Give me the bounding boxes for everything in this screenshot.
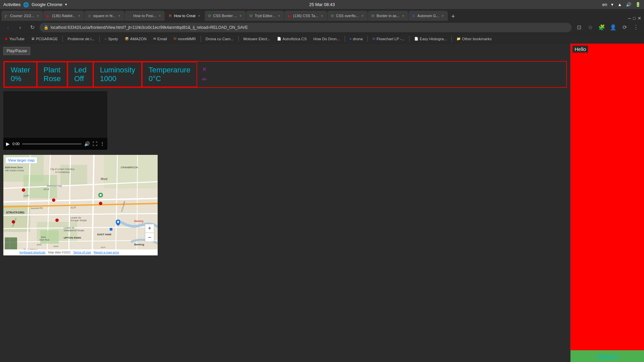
sensor-temperature: Temperarure 0°C: [142, 62, 197, 87]
tab-rabbit[interactable]: ▶ (136) Rabbit... ×: [43, 11, 84, 21]
tab-title-csstab: (136) CSS Ta...: [293, 14, 318, 18]
svg-text:B165: B165: [54, 245, 59, 247]
bookmark-howdodron[interactable]: How Do Dron...: [311, 35, 342, 43]
bookmarks-bar: ▶ YouTube 🖥 PCGARAGE Probleme de i... ♫ …: [0, 34, 644, 44]
bookmark-spoty-label: Spoty: [108, 37, 118, 41]
tab-tryit[interactable]: W Tryit Editor... ×: [246, 11, 284, 21]
tab-close-tryit[interactable]: ×: [277, 13, 281, 18]
map-thumbnail: [5, 237, 17, 249]
tab-border[interactable]: W Border in as... ×: [368, 11, 408, 21]
tab-howtocreate[interactable]: H How to Creat ×: [165, 11, 204, 21]
tab-close-border[interactable]: ×: [401, 13, 406, 18]
bookmark-easyhistogram-icon: 📄: [414, 37, 418, 41]
svg-point-55: [117, 221, 119, 223]
browser-name[interactable]: Google Chrome: [32, 2, 62, 7]
map-zoom-in-icon: +: [148, 225, 152, 232]
svg-rect-65: [5, 238, 17, 250]
bookmark-other-label: Other bookmarks: [462, 37, 491, 41]
bookmark-spoty-icon: ♫: [104, 37, 107, 41]
chrome-window: 🎓 Course: 21/2... × ▶ (136) Rabbit... × …: [0, 9, 644, 362]
bookmark-drona[interactable]: ● drona: [347, 35, 365, 43]
menu-icon[interactable]: ⋮: [631, 23, 641, 32]
bookmark-probleme[interactable]: Probleme de i...: [65, 35, 97, 43]
sensor-edit-icon[interactable]: ✏: [202, 76, 207, 83]
activities-label[interactable]: Activities: [3, 2, 20, 7]
sensor-plant-value: Rose: [44, 74, 61, 83]
sync-icon[interactable]: ⟳: [620, 23, 629, 32]
profile-icon[interactable]: 👤: [608, 23, 618, 32]
terms-of-use-link[interactable]: Terms of Use: [73, 251, 91, 254]
tab-close-autonom[interactable]: ×: [440, 13, 445, 18]
bookmark-easyhistogram-label: Easy Histogra...: [420, 37, 447, 41]
bookmark-separator-3: [201, 36, 201, 42]
lang-label: en: [602, 2, 607, 7]
bookmark-motoare[interactable]: Motoare Elect...: [241, 35, 273, 43]
bookmark-pcgarage[interactable]: 🖥 PCGARAGE: [29, 35, 60, 43]
url-bar[interactable]: 🔒 localhost:63342/Lucia/frontend/View.ht…: [40, 23, 572, 32]
video-more-button[interactable]: ⋮: [100, 141, 105, 146]
tab-title-course: Course: 21/2...: [10, 14, 34, 18]
tab-autonom[interactable]: A Autonom G... ×: [409, 11, 448, 21]
tab-title-rabbit: (136) Rabbit...: [52, 14, 75, 18]
right-panel-content: Hello: [571, 44, 644, 350]
bookmark-probleme-label: Probleme de i...: [67, 37, 95, 41]
reload-button[interactable]: ↻: [28, 23, 37, 32]
svg-text:A124: A124: [101, 246, 106, 248]
tab-close-square[interactable]: ×: [117, 13, 122, 18]
bookmark-dronacam[interactable]: Drona cu Cam...: [203, 35, 236, 43]
video-fullscreen-button[interactable]: ⛶: [93, 141, 97, 146]
tab-course[interactable]: 🎓 Course: 21/2... ×: [1, 11, 43, 21]
tab-title-autonom: Autonom G...: [417, 14, 439, 18]
bookmark-star-icon[interactable]: ☆: [586, 23, 595, 32]
bookmark-flowchart[interactable]: m Flowchart LP -...: [370, 35, 407, 43]
dropdown-arrow[interactable]: ▾: [65, 2, 67, 7]
map-zoom-out-button[interactable]: −: [145, 233, 154, 242]
forward-button[interactable]: ›: [15, 23, 25, 32]
map-zoom-in-button[interactable]: +: [145, 224, 154, 233]
back-button[interactable]: ‹: [3, 23, 13, 32]
tab-close-cssoverflow[interactable]: ×: [360, 13, 365, 18]
tab-favicon-cssborder: W: [207, 13, 212, 18]
tab-close-cssborder[interactable]: ×: [238, 13, 243, 18]
bookmark-separator-2: [99, 36, 100, 42]
video-volume-button[interactable]: 🔊: [84, 141, 90, 146]
report-map-error-link[interactable]: Report a map error: [94, 251, 119, 254]
bookmark-youtube[interactable]: ▶ YouTube: [3, 35, 27, 43]
tab-close-rabbit[interactable]: ×: [77, 13, 82, 18]
sensor-temperature-value: 0°C: [149, 74, 161, 83]
video-progress-bar[interactable]: [22, 143, 82, 144]
extension-puzzle-icon[interactable]: 🧩: [597, 23, 606, 32]
svg-text:Barking: Barking: [134, 220, 143, 223]
sensor-close-icon[interactable]: ✕: [202, 66, 207, 73]
cast-icon[interactable]: ⊡: [574, 23, 584, 32]
minimize-button[interactable]: ─: [628, 16, 631, 21]
bookmark-other[interactable]: 📁 Other bookmarks: [454, 35, 494, 43]
bookmark-amazon-icon: 📦: [125, 37, 129, 41]
tab-close-howtocreate[interactable]: ×: [197, 13, 202, 18]
play-pause-button[interactable]: Play/Pause: [3, 47, 30, 55]
bookmark-moremmr[interactable]: M moreMMR: [171, 35, 199, 43]
tab-square[interactable]: □ square in ht... ×: [85, 11, 124, 21]
keyboard-shortcuts-link[interactable]: Keyboard shortcuts: [19, 251, 46, 254]
tab-close-course[interactable]: ×: [36, 13, 40, 18]
tab-cssoverflow[interactable]: W CSS overflo... ×: [327, 11, 368, 21]
add-button-bar[interactable]: Add buton: [571, 350, 644, 362]
bookmark-easyhistogram[interactable]: 📄 Easy Histogra...: [412, 35, 449, 43]
svg-text:West: West: [41, 236, 46, 238]
bookmark-amazon[interactable]: 📦 AMAZON: [122, 35, 149, 43]
close-window-button[interactable]: ✕: [638, 16, 641, 21]
bookmark-spoty[interactable]: ♫ Spoty: [102, 35, 121, 43]
video-play-button[interactable]: ▶: [6, 141, 10, 146]
tab-cssborder[interactable]: W CSS Border ... ×: [205, 11, 246, 21]
tab-close-howtopos[interactable]: ×: [157, 13, 162, 18]
bookmark-email[interactable]: ✉ Email: [151, 35, 170, 43]
bookmark-astrofizica[interactable]: 📄 Astrofizica CS: [274, 35, 309, 43]
tab-howtopos[interactable]: → How to Posi... ×: [125, 11, 165, 21]
tab-csstab[interactable]: ▶ (136) CSS Ta... ×: [284, 11, 327, 21]
restore-button[interactable]: □: [633, 16, 636, 21]
bookmark-drona-label: drona: [353, 37, 363, 41]
new-tab-button[interactable]: +: [449, 12, 458, 21]
svg-text:B165: B165: [37, 244, 42, 246]
tab-close-csstab[interactable]: ×: [320, 13, 324, 18]
view-larger-map-link[interactable]: View larger map: [5, 157, 37, 164]
